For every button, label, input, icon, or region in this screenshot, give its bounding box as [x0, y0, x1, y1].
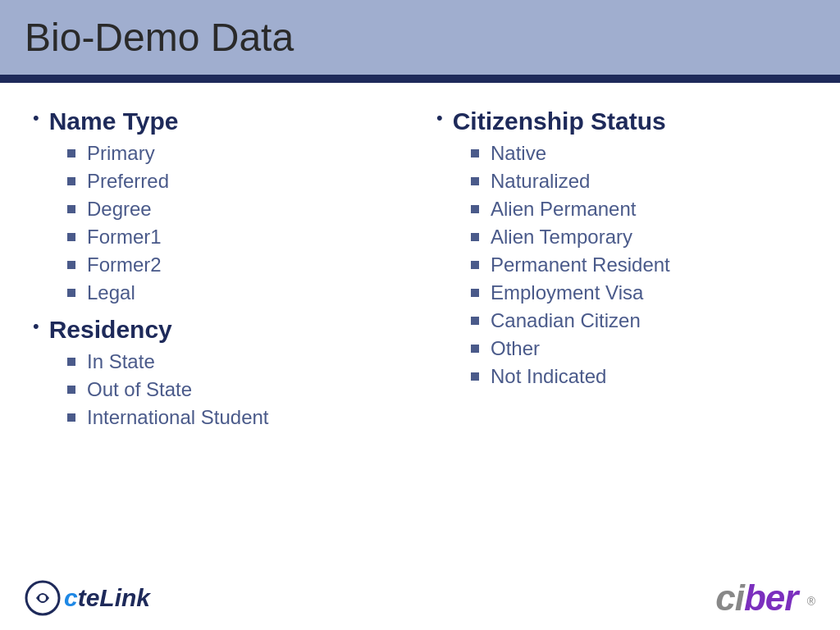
ctelink-logo: cteLink — [25, 580, 150, 616]
list-item: International Student — [67, 406, 404, 429]
bullet-dot-citizenship: • — [436, 109, 443, 127]
slide-title: Bio-Demo Data — [25, 15, 815, 60]
name-type-former2: Former2 — [87, 253, 162, 276]
list-item: Former1 — [67, 226, 404, 249]
list-item: Canadian Citizen — [471, 309, 807, 332]
name-type-legal: Legal — [87, 281, 135, 304]
citizenship-other: Other — [491, 337, 540, 360]
list-item: Native — [471, 142, 807, 165]
residency-section: • Residency — [33, 316, 404, 344]
svg-point-1 — [39, 595, 46, 601]
ciber-ci: ci — [715, 578, 744, 618]
citizenship-employment-visa: Employment Visa — [491, 281, 643, 304]
list-item: Primary — [67, 142, 404, 165]
slide-header: Bio-Demo Data — [0, 0, 840, 75]
slide-footer: cteLink ciber ® — [0, 569, 840, 630]
sub-bullet-icon — [471, 317, 479, 325]
sub-bullet-icon — [471, 205, 479, 213]
bullet-dot-residency: • — [33, 317, 39, 336]
citizenship-label: Citizenship Status — [453, 107, 666, 135]
list-item: Out of State — [67, 378, 404, 401]
right-column: • Citizenship Status Native Naturalized … — [420, 107, 807, 553]
citizenship-list: Native Naturalized Alien Permanent Alien… — [471, 142, 807, 388]
list-item: In State — [67, 350, 404, 373]
sub-bullet-icon — [471, 261, 479, 269]
sub-bullet-icon — [67, 149, 75, 158]
citizenship-alien-temporary: Alien Temporary — [491, 226, 632, 249]
ctelink-icon — [25, 580, 61, 616]
sub-bullet-icon — [471, 149, 479, 158]
list-item: Not Indicated — [471, 365, 807, 388]
citizenship-native: Native — [491, 142, 546, 165]
name-type-list: Primary Preferred Degree Former1 Former2 — [67, 142, 404, 304]
sub-bullet-icon — [67, 386, 75, 394]
list-item: Degree — [67, 198, 404, 221]
list-item: Other — [471, 337, 807, 360]
residency-in-state: In State — [87, 350, 155, 373]
slide-content: • Name Type Primary Preferred Degree — [0, 83, 840, 569]
name-type-label: Name Type — [49, 107, 179, 135]
residency-international: International Student — [87, 406, 269, 429]
left-column: • Name Type Primary Preferred Degree — [33, 107, 420, 553]
name-type-degree: Degree — [87, 198, 152, 221]
sub-bullet-icon — [471, 289, 479, 297]
citizenship-permanent-resident: Permanent Resident — [491, 253, 670, 276]
header-stripe — [0, 75, 840, 83]
sub-bullet-icon — [67, 261, 75, 269]
citizenship-section: • Citizenship Status — [436, 107, 807, 135]
citizenship-not-indicated: Not Indicated — [491, 365, 606, 388]
name-type-section: • Name Type — [33, 107, 404, 135]
slide: Bio-Demo Data • Name Type Primary Prefer… — [0, 0, 840, 630]
name-type-preferred: Preferred — [87, 170, 169, 193]
residency-label: Residency — [49, 316, 172, 344]
citizenship-canadian-citizen: Canadian Citizen — [491, 309, 641, 332]
name-type-former1: Former1 — [87, 226, 162, 249]
ciber-ber: ber — [744, 578, 797, 618]
sub-bullet-icon — [471, 372, 479, 381]
list-item: Naturalized — [471, 170, 807, 193]
ctelink-text: cteLink — [64, 584, 150, 612]
citizenship-naturalized: Naturalized — [491, 170, 590, 193]
ciber-logo: ciber ® — [715, 578, 815, 619]
list-item: Employment Visa — [471, 281, 807, 304]
bullet-dot-name-type: • — [33, 109, 39, 127]
sub-bullet-icon — [67, 177, 75, 185]
sub-bullet-icon — [471, 345, 479, 353]
sub-bullet-icon — [471, 177, 479, 185]
sub-bullet-icon — [471, 233, 479, 241]
list-item: Alien Temporary — [471, 226, 807, 249]
list-item: Permanent Resident — [471, 253, 807, 276]
residency-list: In State Out of State International Stud… — [67, 350, 404, 429]
sub-bullet-icon — [67, 358, 75, 366]
sub-bullet-icon — [67, 205, 75, 213]
citizenship-alien-permanent: Alien Permanent — [491, 198, 636, 221]
sub-bullet-icon — [67, 413, 75, 422]
sub-bullet-icon — [67, 233, 75, 241]
list-item: Former2 — [67, 253, 404, 276]
list-item: Legal — [67, 281, 404, 304]
name-type-primary: Primary — [87, 142, 155, 165]
list-item: Alien Permanent — [471, 198, 807, 221]
residency-out-of-state: Out of State — [87, 378, 192, 401]
list-item: Preferred — [67, 170, 404, 193]
sub-bullet-icon — [67, 289, 75, 297]
